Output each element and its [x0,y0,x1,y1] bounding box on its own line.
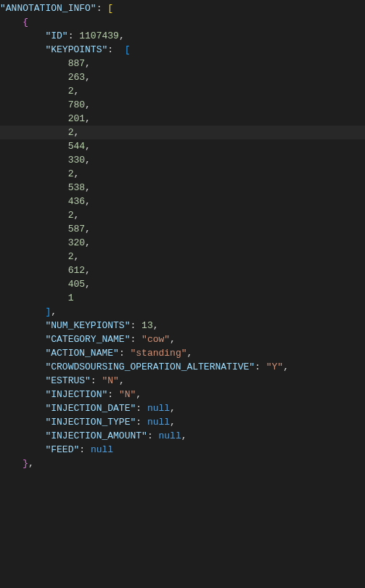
keypoint-value[interactable]: 436, [0,195,365,208]
keypoint-value[interactable]: 2, [0,84,365,98]
keypoint-value[interactable]: 1 [0,291,365,305]
keypoint-value[interactable]: 405, [0,277,365,291]
id-line[interactable]: "ID": 1107439, [0,29,365,43]
object-open[interactable]: { [0,15,365,29]
injamt-line[interactable]: "INJECTION_AMOUNT": null, [0,429,365,443]
numkp-line[interactable]: "NUM_KEYPIONTS": 13, [0,319,365,332]
injection-line[interactable]: "INJECTION": "N", [0,388,365,401]
json-editor[interactable]: "ANNOTATION_INFO": [ { "ID": 1107439, "K… [0,1,365,470]
keypoint-value[interactable]: 2, [0,208,365,222]
keypoint-value[interactable]: 587, [0,222,365,236]
keypoint-value[interactable]: 538, [0,181,365,195]
keypoints-close[interactable]: ], [0,305,365,319]
keypoint-value[interactable]: 544, [0,139,365,153]
estrus-line[interactable]: "ESTRUS": "N", [0,374,365,388]
object-close[interactable]: }, [0,457,365,470]
keypoint-value[interactable]: 201, [0,112,365,126]
keypoint-value[interactable]: 612, [0,264,365,277]
keypoint-value[interactable]: 2, [0,250,365,264]
keypoint-value[interactable]: 2, [0,126,365,139]
keypoints-open[interactable]: "KEYPOINTS": [ [0,43,365,57]
keypoint-value[interactable]: 330, [0,153,365,167]
injdate-line[interactable]: "INJECTION_DATE": null, [0,401,365,415]
keypoint-value[interactable]: 320, [0,236,365,250]
keypoint-value[interactable]: 2, [0,167,365,181]
keypoint-value[interactable]: 887, [0,57,365,70]
crowd-line[interactable]: "CROWDSOURSING_OPERATION_ALTERNATIVE": "… [0,360,365,374]
root-key-line[interactable]: "ANNOTATION_INFO": [ [0,1,365,15]
keypoint-value[interactable]: 263, [0,70,365,84]
keypoint-value[interactable]: 780, [0,98,365,112]
injtype-line[interactable]: "INJECTION_TYPE": null, [0,415,365,429]
action-line[interactable]: "ACTION_NAME": "standing", [0,346,365,360]
category-line[interactable]: "CATEGORY_NAME": "cow", [0,332,365,346]
feed-line[interactable]: "FEED": null [0,443,365,457]
